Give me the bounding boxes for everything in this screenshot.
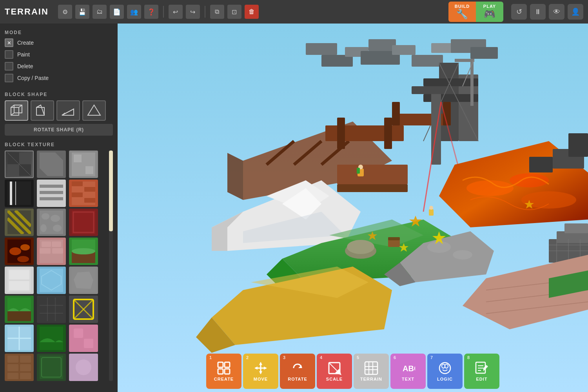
mode-paint-checkbox[interactable] xyxy=(5,50,13,59)
tool-text-label: TEXT xyxy=(402,377,414,381)
svg-rect-87 xyxy=(20,364,31,371)
svg-rect-104 xyxy=(470,47,498,59)
texture-horizontal-stripe[interactable] xyxy=(37,180,66,207)
tool-terrain[interactable]: 5 TERRAIN xyxy=(354,354,389,389)
tool-create-label: CREATE xyxy=(214,377,234,381)
mode-create-checkbox[interactable]: ✕ xyxy=(5,38,13,47)
undo-icon[interactable]: ↩ xyxy=(169,5,183,19)
add-file-icon[interactable]: 📄 xyxy=(110,5,124,19)
svg-marker-115 xyxy=(227,153,243,200)
texture-white-stone[interactable] xyxy=(5,267,34,294)
mode-delete-checkbox[interactable] xyxy=(5,62,13,71)
texture-ice[interactable] xyxy=(37,267,66,294)
svg-rect-89 xyxy=(20,373,31,379)
svg-rect-128 xyxy=(412,86,443,94)
tool-move[interactable]: 2 MOVE xyxy=(243,354,278,389)
svg-rect-121 xyxy=(384,118,392,149)
play-label: PLAY xyxy=(483,4,496,9)
redo-icon[interactable]: ↪ xyxy=(186,5,200,19)
play-button[interactable]: PLAY 🎮 xyxy=(476,2,503,22)
build-button[interactable]: BUILD 🔧 xyxy=(448,2,476,22)
tool-rotate-label: ROTATE xyxy=(288,377,307,381)
tool-edit[interactable]: 8 EDIT xyxy=(464,354,499,389)
texture-dark-green[interactable] xyxy=(37,325,66,352)
texture-stone-light[interactable] xyxy=(69,151,98,178)
tool-create[interactable]: 1 CREATE xyxy=(206,354,241,389)
texture-stone-dark[interactable] xyxy=(5,151,34,178)
svg-point-42 xyxy=(40,224,47,232)
edit-tool-icon xyxy=(475,361,489,375)
texture-vertical-stripe[interactable] xyxy=(5,180,34,207)
team-icon[interactable]: 👥 xyxy=(127,5,141,19)
texture-brown[interactable] xyxy=(5,354,34,381)
svg-rect-79 xyxy=(40,327,63,350)
svg-point-201 xyxy=(442,364,445,368)
texture-pink2[interactable] xyxy=(69,325,98,352)
frame-icon[interactable]: ⊡ xyxy=(227,5,241,19)
svg-rect-125 xyxy=(392,102,400,125)
copy-view-icon[interactable]: ⧉ xyxy=(210,5,224,19)
tool-edit-label: EDIT xyxy=(476,377,487,381)
texture-gray-rock[interactable] xyxy=(69,267,98,294)
tool-move-label: MOVE xyxy=(254,377,268,381)
svg-rect-59 xyxy=(9,270,29,279)
separator2 xyxy=(205,6,205,18)
texture-grass2[interactable] xyxy=(5,296,34,323)
mode-copy-paste-label: Copy / Paste xyxy=(17,75,49,81)
eye-icon[interactable]: 👁 xyxy=(549,4,564,20)
texture-ice-blue[interactable] xyxy=(5,325,34,352)
texture-metal-plate[interactable] xyxy=(69,296,98,323)
settings-icon[interactable]: ⚙ xyxy=(58,5,72,19)
texture-red-panel[interactable] xyxy=(69,209,98,236)
texture-hazard[interactable] xyxy=(5,209,34,236)
texture-pink-stone[interactable] xyxy=(37,238,66,265)
shape-slope[interactable] xyxy=(56,100,80,121)
shape-tri[interactable] xyxy=(82,100,106,121)
texture-brick[interactable] xyxy=(69,180,98,207)
svg-rect-54 xyxy=(52,248,63,254)
save-icon[interactable]: 💾 xyxy=(75,5,89,19)
svg-rect-122 xyxy=(337,165,408,184)
canvas-area[interactable]: 1 CREATE 2 MOVE xyxy=(118,24,588,392)
block-shape-label: BLOCK SHAPE xyxy=(5,92,113,97)
mode-delete[interactable]: Delete xyxy=(5,62,113,71)
tool-scale-number: 4 xyxy=(320,355,322,360)
tool-logic[interactable]: 7 LOGIC xyxy=(427,354,463,389)
shape-wedge[interactable] xyxy=(31,100,54,121)
tool-scale-label: SCALE xyxy=(326,377,343,381)
texture-extra1[interactable] xyxy=(37,354,66,381)
help-icon[interactable]: ❓ xyxy=(144,5,158,19)
mode-create[interactable]: ✕ Create xyxy=(5,38,113,47)
rotate-shape-button[interactable]: ROTATE SHAPE (R) xyxy=(5,124,113,136)
texture-extra2[interactable] xyxy=(69,354,98,381)
texture-scrollbar[interactable] xyxy=(109,151,113,381)
pause-icon[interactable]: ⏸ xyxy=(530,4,546,20)
tool-text[interactable]: 6 ABC TEXT xyxy=(390,354,426,389)
texture-cobble[interactable] xyxy=(37,209,66,236)
delete-icon[interactable]: 🗑 xyxy=(245,5,259,19)
mode-section: MODE ✕ Create Paint Delete Copy / Paste xyxy=(5,30,113,85)
mode-copy-paste-checkbox[interactable] xyxy=(5,74,13,82)
texture-dark-stone[interactable] xyxy=(37,296,66,323)
svg-rect-124 xyxy=(392,114,451,125)
mode-paint[interactable]: Paint xyxy=(5,50,113,59)
folder-icon[interactable]: 🗂 xyxy=(93,5,107,19)
svg-point-43 xyxy=(53,225,62,232)
tool-rotate[interactable]: 3 ROTATE xyxy=(280,354,315,389)
shape-grid xyxy=(5,100,113,121)
shape-cube[interactable] xyxy=(5,100,28,121)
texture-stone-medium[interactable] xyxy=(37,151,66,178)
tool-scale[interactable]: 4 SCALE xyxy=(317,354,352,389)
texture-grass[interactable] xyxy=(69,238,98,265)
texture-scrollbar-thumb xyxy=(109,151,113,231)
svg-rect-24 xyxy=(15,181,16,205)
svg-rect-14 xyxy=(7,164,19,176)
refresh-icon[interactable]: ↺ xyxy=(511,4,527,20)
right-controls: ↺ ⏸ 👁 👤 xyxy=(511,4,583,20)
texture-lava[interactable] xyxy=(5,238,34,265)
svg-rect-52 xyxy=(52,241,61,247)
user-icon[interactable]: 👤 xyxy=(568,4,583,20)
separator xyxy=(163,6,164,18)
svg-point-40 xyxy=(42,213,49,220)
mode-copy-paste[interactable]: Copy / Paste xyxy=(5,74,113,82)
